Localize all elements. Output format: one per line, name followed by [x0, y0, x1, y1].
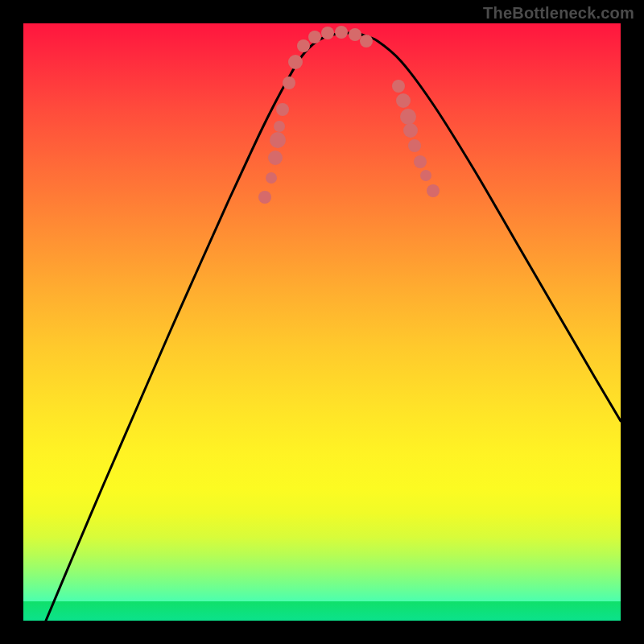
- curve-marker: [270, 132, 286, 148]
- bottleneck-curve: [46, 33, 621, 621]
- curve-marker: [360, 35, 373, 47]
- curve-marker: [427, 184, 440, 197]
- curve-marker: [408, 139, 421, 152]
- curve-marker: [321, 27, 334, 39]
- curve-marker: [403, 123, 418, 138]
- curve-marker: [335, 26, 348, 39]
- curve-marker: [392, 80, 405, 93]
- curve-marker: [276, 103, 289, 116]
- curve-marker: [268, 151, 283, 165]
- curve-marker: [288, 55, 303, 69]
- curve-marker: [414, 155, 427, 168]
- curve-marker: [258, 191, 271, 204]
- curve-marker: [283, 76, 295, 89]
- curve-marker: [349, 28, 361, 41]
- curve-marker: [400, 109, 416, 125]
- curve-marker: [297, 39, 310, 52]
- curve-marker: [396, 93, 411, 108]
- watermark-text: TheBottleneck.com: [483, 5, 634, 21]
- curve-marker: [274, 121, 285, 132]
- curve-marker: [266, 172, 277, 184]
- curve-marker: [420, 170, 431, 181]
- chart-overlay: [23, 23, 621, 621]
- curve-markers: [258, 26, 440, 204]
- curve-marker: [308, 31, 321, 43]
